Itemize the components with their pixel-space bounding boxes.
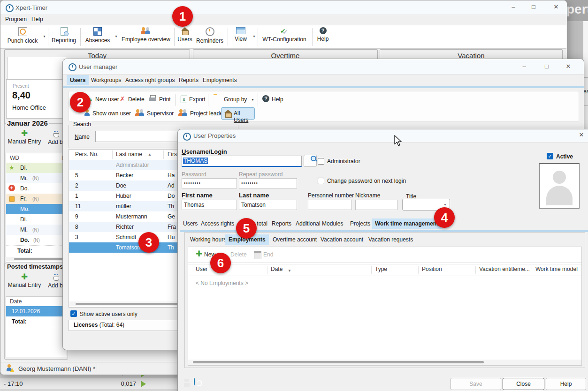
wt-configuration-button[interactable]: ✔✔ WT-Configuration bbox=[261, 27, 307, 43]
close-button[interactable]: ✕ bbox=[561, 63, 575, 70]
punch-clock-dropdown-icon[interactable]: ▼ bbox=[43, 35, 46, 38]
calendar-row[interactable]: ★ Di. bbox=[6, 163, 67, 173]
username-input[interactable]: THOMAS bbox=[182, 156, 302, 167]
emp-col-work-time-model[interactable]: Work time model bbox=[535, 266, 578, 272]
col-first-name[interactable]: First bbox=[168, 151, 178, 158]
tab-projects[interactable]: Projects bbox=[347, 218, 374, 229]
emp-col-user[interactable]: User bbox=[196, 266, 207, 272]
help-button[interactable]: Help bbox=[546, 378, 586, 390]
last-name-input[interactable]: Tomatson bbox=[239, 200, 297, 210]
close-button[interactable]: ✕ bbox=[574, 131, 588, 138]
subtab-vacation-requests[interactable]: Vacation requests bbox=[365, 234, 416, 245]
delete-button[interactable]: Delete bbox=[128, 96, 145, 103]
employment-delete-button[interactable]: Delete bbox=[230, 251, 247, 258]
help-icon: ? bbox=[320, 27, 327, 34]
emp-col-vacation-entitlement[interactable]: Vacation entitleme... bbox=[479, 266, 530, 272]
new-user-button[interactable]: New user bbox=[95, 96, 119, 103]
toolbar-help-button[interactable]: Help bbox=[272, 96, 283, 103]
user-properties-titlebar[interactable]: User Properties ✕ bbox=[178, 129, 588, 143]
group-by-button[interactable]: Group by bbox=[224, 96, 247, 103]
timestamp-row[interactable]: - 17:10 0,017 bbox=[0, 378, 178, 389]
reminders-button[interactable]: Reminders bbox=[194, 27, 225, 44]
sync-icon-button[interactable] bbox=[194, 378, 195, 385]
user-manager-titlebar[interactable]: User manager – □ ✕ bbox=[63, 59, 584, 75]
nickname-input[interactable] bbox=[355, 200, 397, 210]
tab-reports[interactable]: Reports bbox=[176, 75, 202, 85]
col-pers-no[interactable]: Pers. No. bbox=[75, 151, 99, 158]
emp-col-type[interactable]: Type bbox=[375, 266, 387, 272]
active-checkbox[interactable]: ✓ bbox=[547, 153, 553, 159]
change-password-checkbox[interactable] bbox=[318, 178, 324, 184]
subtab-working-hours[interactable]: Working hours bbox=[187, 234, 229, 245]
tab-employments[interactable]: Employments bbox=[199, 75, 240, 85]
calendar-row[interactable]: Mi. (N) bbox=[6, 173, 67, 183]
show-active-checkbox[interactable]: ✓ bbox=[70, 310, 77, 317]
tab-access-right-groups[interactable]: Access right groups bbox=[122, 75, 178, 85]
calendar-row-selected[interactable]: Mo. bbox=[6, 204, 67, 214]
save-button[interactable]: Save bbox=[451, 378, 501, 390]
emp-col-date[interactable]: Date bbox=[271, 266, 283, 272]
tab-users[interactable]: Users bbox=[67, 75, 89, 85]
personnel-number-input[interactable] bbox=[308, 200, 352, 210]
emp-col-position[interactable]: Position bbox=[422, 266, 442, 272]
print-button[interactable]: Print bbox=[159, 96, 171, 103]
users-button[interactable]: Users bbox=[176, 27, 193, 43]
reporting-button[interactable]: Reporting bbox=[49, 27, 78, 44]
group-by-dropdown-icon[interactable]: ▼ bbox=[251, 98, 254, 101]
user-properties-window: User Properties ✕ Usename/Login THOMAS A… bbox=[177, 129, 588, 391]
play-icon[interactable] bbox=[141, 381, 146, 387]
calendar-row[interactable]: Mi. (N) bbox=[6, 225, 67, 235]
main-help-button[interactable]: ? Help bbox=[315, 27, 331, 42]
employment-end-button[interactable]: End bbox=[263, 251, 273, 258]
calendar-row[interactable]: Fr. (N) bbox=[6, 194, 67, 204]
minimize-button[interactable]: – bbox=[506, 3, 520, 10]
calendar-row[interactable]: Do. (N) bbox=[6, 235, 67, 245]
app-clock-icon bbox=[6, 4, 14, 12]
absences-dropdown-icon[interactable]: ▼ bbox=[115, 35, 118, 38]
avatar bbox=[553, 171, 566, 184]
subtab-vacation-account[interactable]: Vacation account bbox=[317, 234, 367, 245]
posted-total-row: Total: bbox=[6, 316, 67, 327]
user-photo-placeholder[interactable] bbox=[539, 163, 580, 209]
background-timestamp-rows: 0,15 - 17:10 0,017 bbox=[0, 374, 178, 391]
posted-col-date[interactable]: Date bbox=[10, 298, 22, 305]
show-own-user-button[interactable]: Show own user bbox=[92, 110, 131, 117]
export-button[interactable]: Export bbox=[189, 96, 206, 103]
project-leader-button[interactable]: Project leader bbox=[190, 110, 225, 117]
tab-additional-modules[interactable]: Additional Modules bbox=[292, 218, 346, 229]
tab-reports[interactable]: Reports bbox=[268, 218, 295, 229]
calendar-col-wd[interactable]: WD bbox=[10, 155, 19, 161]
calendar-manual-entry-button[interactable]: ✚ Manual Entry bbox=[7, 130, 42, 145]
main-window-title: Xpert-Timer bbox=[15, 4, 47, 11]
absences-button[interactable]: Absences bbox=[83, 27, 112, 44]
employments-hscrollbar[interactable] bbox=[188, 360, 581, 365]
punch-clock-button[interactable]: Punch clock bbox=[4, 27, 41, 44]
view-dropdown-icon[interactable]: ▼ bbox=[252, 35, 256, 38]
calendar-row[interactable]: Di. bbox=[6, 214, 67, 225]
tab-workgroups[interactable]: Workgroups bbox=[88, 75, 124, 85]
col-last-name[interactable]: Last name bbox=[116, 151, 142, 158]
posted-manual-entry-button[interactable]: ✚ Manual Entry bbox=[7, 274, 42, 288]
calendar-hscrollbar[interactable] bbox=[6, 257, 66, 261]
tab-access-rights[interactable]: Access rights bbox=[198, 218, 237, 229]
administrator-checkbox[interactable] bbox=[318, 158, 324, 165]
minimize-button[interactable]: – bbox=[517, 63, 531, 70]
password-input[interactable]: •••••••• bbox=[182, 178, 237, 188]
close-button[interactable]: ✕ bbox=[549, 3, 563, 10]
maximize-button[interactable]: □ bbox=[527, 3, 541, 10]
first-name-input[interactable]: Thomas bbox=[182, 200, 237, 210]
close-window-button[interactable]: Close bbox=[503, 378, 544, 390]
calendar-row[interactable]: + Do. bbox=[6, 183, 67, 194]
tab-work-time-management[interactable]: Work time management bbox=[372, 218, 442, 229]
posted-row-selected[interactable]: 12.01.2026 bbox=[6, 306, 67, 316]
tab-strip bbox=[63, 86, 584, 88]
maximize-button[interactable]: □ bbox=[540, 63, 554, 70]
subtab-overtime-account[interactable]: Overtime account bbox=[269, 234, 320, 245]
employee-overview-button[interactable]: Employee overview bbox=[120, 27, 172, 43]
supervisor-button[interactable]: Supervisor bbox=[147, 110, 174, 117]
username-search-button[interactable] bbox=[304, 155, 317, 167]
view-button[interactable]: View bbox=[231, 27, 250, 42]
all-users-button[interactable]: All Users bbox=[221, 107, 255, 120]
main-titlebar[interactable]: Xpert-Timer – □ ✕ bbox=[0, 0, 567, 15]
repeat-password-input[interactable]: •••••••• bbox=[239, 178, 297, 188]
